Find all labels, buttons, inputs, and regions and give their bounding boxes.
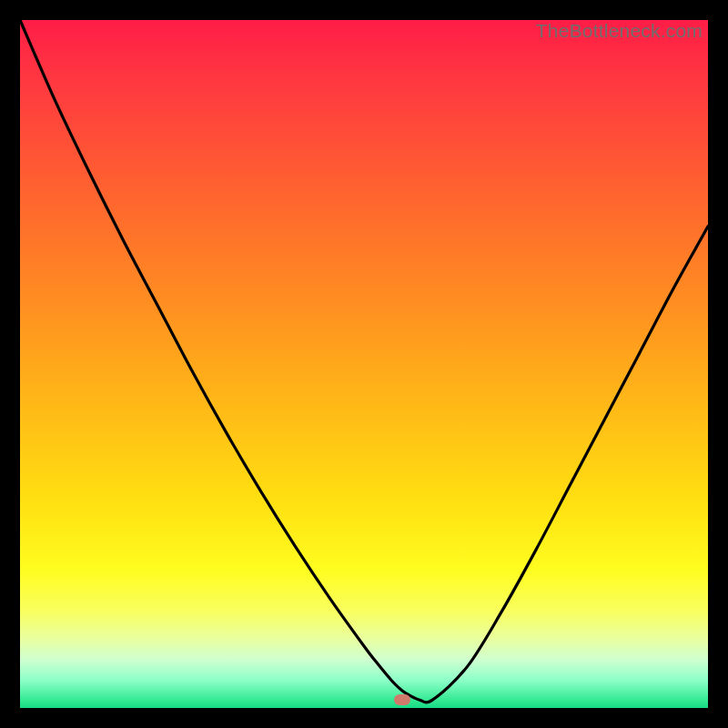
plot-area: TheBottleneck.com	[20, 20, 708, 708]
chart-frame: TheBottleneck.com	[0, 0, 728, 728]
bottleneck-curve	[20, 20, 708, 708]
optimal-point-marker	[394, 694, 410, 705]
